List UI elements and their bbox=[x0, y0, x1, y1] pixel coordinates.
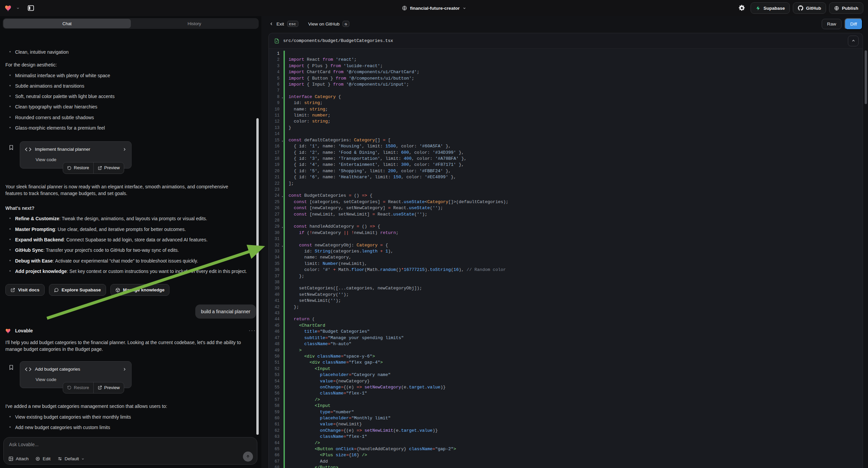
publish-button[interactable]: Publish bbox=[829, 2, 863, 14]
line-number[interactable]: 57 bbox=[269, 397, 283, 403]
line-number[interactable]: 20 bbox=[269, 168, 283, 174]
line-number[interactable]: 7 bbox=[269, 88, 283, 94]
line-number[interactable]: 22 bbox=[269, 181, 283, 187]
line-number[interactable]: 66 bbox=[269, 452, 283, 458]
chat-messages[interactable]: Clean, intuitive navigation For the desi… bbox=[0, 45, 261, 435]
bookmark-icon[interactable] bbox=[8, 145, 14, 150]
project-switcher[interactable]: financial-future-creator bbox=[402, 0, 466, 16]
line-number[interactable]: 49 bbox=[269, 348, 283, 353]
line-number[interactable]: 11 bbox=[269, 113, 283, 118]
line-number[interactable]: 6 bbox=[269, 82, 283, 88]
line-number[interactable]: 13 bbox=[269, 125, 283, 131]
explore-supabase-button[interactable]: Explore Supabase bbox=[49, 284, 106, 296]
line-number[interactable]: 16 bbox=[269, 143, 283, 149]
line-number[interactable]: 33 bbox=[269, 248, 283, 255]
line-number[interactable]: 3 bbox=[269, 63, 283, 69]
code-editor[interactable]: 1 2import React from 'react';3import { P… bbox=[269, 49, 863, 468]
raw-button[interactable]: Raw bbox=[822, 19, 841, 29]
line-number[interactable]: 17 bbox=[269, 150, 283, 156]
github-button[interactable]: GitHub bbox=[793, 2, 826, 14]
restore-button[interactable]: Restore bbox=[63, 382, 93, 393]
line-number[interactable]: 35 bbox=[269, 261, 283, 267]
bookmark-icon[interactable] bbox=[8, 364, 14, 370]
manage-knowledge-button[interactable]: Manage knowledge bbox=[111, 284, 170, 296]
line-number[interactable]: 39 bbox=[269, 285, 283, 291]
line-number[interactable]: 63 bbox=[269, 434, 283, 440]
line-number[interactable]: 31 bbox=[269, 236, 283, 242]
line-number[interactable]: 65 bbox=[269, 446, 283, 452]
line-number[interactable]: 37 bbox=[269, 273, 283, 279]
line-number[interactable]: 44 bbox=[269, 316, 283, 322]
sidebar-toggle-button[interactable] bbox=[26, 3, 36, 13]
line-number[interactable]: 50 bbox=[269, 353, 283, 359]
tab-chat[interactable]: Chat bbox=[3, 19, 131, 28]
line-number[interactable]: 55 bbox=[269, 384, 283, 390]
line-number[interactable]: 12 bbox=[269, 118, 283, 124]
line-number[interactable]: 1 bbox=[269, 51, 283, 57]
line-number[interactable]: 38 bbox=[269, 279, 283, 285]
line-number[interactable]: 36 bbox=[269, 267, 283, 273]
chat-scrollbar[interactable] bbox=[256, 118, 259, 435]
line-number[interactable]: 41 bbox=[269, 298, 283, 304]
line-number[interactable]: 25 bbox=[269, 199, 283, 205]
line-number[interactable]: 51 bbox=[269, 359, 283, 365]
settings-button[interactable] bbox=[736, 2, 748, 14]
attach-button[interactable]: Attach bbox=[8, 456, 29, 461]
line-number[interactable]: 19 bbox=[269, 162, 283, 168]
prompt-input-box[interactable]: Ask Lovable... Attach Edit Default bbox=[3, 437, 257, 465]
line-number[interactable]: 26 bbox=[269, 205, 283, 211]
preview-button[interactable]: Preview bbox=[93, 382, 124, 393]
version-card[interactable]: Add budget categories View code Restore … bbox=[20, 361, 131, 388]
line-number[interactable]: 29▾ bbox=[269, 224, 283, 230]
line-number[interactable]: 8▾ bbox=[269, 94, 283, 100]
restore-button[interactable]: Restore bbox=[63, 163, 93, 174]
line-number[interactable]: 28 bbox=[269, 217, 283, 224]
line-number[interactable]: 56 bbox=[269, 390, 283, 397]
line-number[interactable]: 34 bbox=[269, 255, 283, 261]
line-number[interactable]: 54 bbox=[269, 378, 283, 384]
preview-button[interactable]: Preview bbox=[93, 163, 124, 174]
visit-docs-button[interactable]: Visit docs bbox=[5, 284, 44, 296]
line-number[interactable]: 53 bbox=[269, 372, 283, 378]
line-number[interactable]: 40 bbox=[269, 292, 283, 298]
line-number[interactable]: 47 bbox=[269, 335, 283, 341]
message-menu-button[interactable]: ··· bbox=[249, 327, 256, 334]
line-number[interactable]: 59 bbox=[269, 409, 283, 415]
tab-history[interactable]: History bbox=[131, 19, 258, 28]
line-number[interactable]: 5 bbox=[269, 76, 283, 82]
line-number[interactable]: 18 bbox=[269, 156, 283, 162]
line-number[interactable]: 14 bbox=[269, 131, 283, 137]
line-number[interactable]: 4 bbox=[269, 69, 283, 75]
line-number[interactable]: 9 bbox=[269, 100, 283, 106]
line-number[interactable]: 46 bbox=[269, 329, 283, 335]
line-number[interactable]: 64 bbox=[269, 440, 283, 446]
line-number[interactable]: 43 bbox=[269, 310, 283, 316]
line-number[interactable]: 2 bbox=[269, 57, 283, 63]
line-number[interactable]: 61 bbox=[269, 421, 283, 428]
view-on-github-button[interactable]: View on GitHub G bbox=[308, 21, 349, 27]
line-number[interactable]: 67 bbox=[269, 459, 283, 465]
lovable-logo-icon[interactable] bbox=[5, 4, 13, 12]
line-number[interactable]: 42 bbox=[269, 304, 283, 310]
collapse-button[interactable] bbox=[848, 36, 859, 46]
diff-button[interactable]: Diff bbox=[844, 18, 863, 30]
supabase-button[interactable]: Supabase bbox=[750, 2, 790, 14]
mode-selector[interactable]: Default bbox=[57, 456, 85, 461]
line-number[interactable]: 48 bbox=[269, 341, 283, 347]
file-header[interactable]: src/components/budget/BudgetCategories.t… bbox=[269, 33, 863, 49]
send-button[interactable] bbox=[243, 451, 253, 462]
line-number[interactable]: 62 bbox=[269, 428, 283, 434]
exit-button[interactable]: Exit ESC bbox=[270, 21, 298, 27]
line-number[interactable]: 45 bbox=[269, 323, 283, 329]
line-number[interactable]: 23 bbox=[269, 187, 283, 193]
code-scrollbar[interactable] bbox=[865, 50, 867, 104]
line-number[interactable]: 60 bbox=[269, 415, 283, 421]
line-number[interactable]: 30 bbox=[269, 230, 283, 236]
line-number[interactable]: 27 bbox=[269, 211, 283, 217]
edit-button[interactable]: Edit bbox=[35, 456, 50, 461]
line-number[interactable]: 10 bbox=[269, 107, 283, 113]
line-number[interactable]: 15▾ bbox=[269, 137, 283, 143]
line-number[interactable]: 21 bbox=[269, 174, 283, 180]
chevron-down-icon[interactable] bbox=[16, 6, 20, 10]
line-number[interactable]: 68 bbox=[269, 465, 283, 468]
